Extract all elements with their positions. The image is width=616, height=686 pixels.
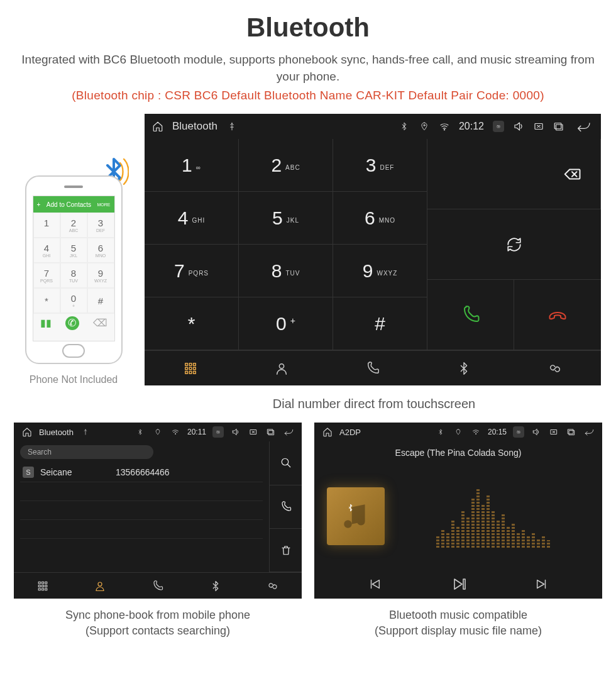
svg-rect-29 — [45, 585, 47, 587]
home-icon[interactable] — [152, 121, 163, 132]
back-button[interactable] — [283, 426, 294, 438]
sync-button[interactable] — [427, 209, 601, 280]
key-8[interactable]: 8TUV — [239, 245, 333, 297]
play-pause-button[interactable] — [451, 577, 466, 594]
bluetooth-specs: (Bluetooth chip : CSR BC6 Default Blueto… — [14, 89, 602, 102]
svg-rect-32 — [45, 588, 47, 590]
svg-rect-39 — [568, 429, 573, 434]
key-0[interactable]: 0+ — [239, 297, 333, 350]
key-7[interactable]: 7PQRS — [145, 245, 239, 297]
svg-rect-8 — [189, 363, 192, 365]
page-title: Bluetooth — [14, 13, 602, 43]
svg-point-17 — [175, 434, 175, 434]
wifi-icon — [170, 426, 181, 438]
svg-rect-26 — [45, 582, 47, 584]
nav-calllog[interactable] — [327, 351, 418, 385]
side-search-icon[interactable] — [270, 441, 302, 485]
svg-point-36 — [518, 431, 519, 433]
close-icon[interactable] — [248, 426, 259, 438]
wifi-icon — [439, 121, 450, 132]
phone-more: MORE — [97, 202, 111, 207]
screenshot-button[interactable] — [212, 426, 224, 438]
dial-keypad: 1∞ 2ABC 3DEF 4GHI 5JKL 6MNO 7PQRS 8TUV 9… — [145, 139, 427, 350]
svg-rect-10 — [185, 367, 187, 370]
nav-pair[interactable] — [244, 573, 302, 599]
key-4[interactable]: 4GHI — [145, 192, 239, 245]
contact-row[interactable]: S Seicane 13566664466 — [20, 463, 263, 482]
nav-contacts[interactable] — [72, 573, 129, 599]
svg-rect-6 — [554, 123, 561, 129]
screenshot-button[interactable] — [513, 426, 524, 438]
location-icon — [419, 121, 430, 132]
clock: 20:11 — [187, 428, 206, 436]
key-6[interactable]: 6MNO — [333, 192, 427, 245]
nav-dialpad[interactable] — [145, 351, 236, 385]
key-5[interactable]: 5JKL — [239, 192, 333, 245]
recent-apps-icon[interactable] — [553, 121, 564, 132]
volume-icon[interactable] — [513, 121, 524, 132]
key-1[interactable]: 1∞ — [145, 139, 239, 192]
svg-rect-38 — [569, 431, 575, 435]
recent-apps-icon[interactable] — [566, 426, 577, 438]
bottom-nav — [145, 350, 601, 385]
svg-point-19 — [217, 431, 219, 433]
album-art — [327, 487, 385, 545]
nav-dialpad[interactable] — [14, 573, 72, 599]
svg-rect-5 — [556, 124, 563, 130]
next-track-button[interactable] — [535, 577, 549, 594]
svg-rect-12 — [193, 367, 195, 370]
svg-rect-24 — [38, 582, 40, 584]
prev-track-button[interactable] — [368, 577, 382, 594]
key-star[interactable]: * — [145, 297, 239, 350]
home-icon[interactable] — [322, 426, 333, 438]
nav-bluetooth[interactable] — [187, 573, 245, 599]
key-2[interactable]: 2ABC — [239, 139, 333, 192]
svg-rect-18 — [217, 431, 220, 434]
volume-icon[interactable] — [531, 426, 542, 438]
close-icon[interactable] — [533, 121, 544, 132]
back-button[interactable] — [573, 121, 593, 132]
svg-rect-22 — [268, 429, 273, 434]
svg-rect-31 — [41, 588, 43, 590]
bluetooth-status-icon — [135, 426, 146, 438]
nav-calllog[interactable] — [129, 573, 187, 599]
music-screenshot: A2DP 20:15 Escape (The Pina Colada Song) — [314, 423, 602, 599]
app-title: Bluetooth — [172, 120, 217, 133]
track-title: Escape (The Pina Colada Song) — [314, 441, 602, 460]
clock: 20:12 — [459, 121, 484, 132]
nav-bluetooth[interactable] — [419, 351, 510, 385]
location-icon — [453, 426, 464, 438]
phonebook-caption: Sync phone-book from mobile phone (Suppo… — [14, 607, 302, 639]
key-hash[interactable]: # — [333, 297, 427, 350]
svg-point-1 — [444, 130, 444, 130]
svg-point-34 — [475, 434, 476, 434]
svg-rect-30 — [38, 588, 40, 590]
music-caption: Bluetooth music compatible (Support disp… — [314, 607, 602, 639]
phone-add-icon: + — [37, 201, 41, 208]
clock: 20:15 — [488, 428, 507, 436]
key-9[interactable]: 9WXYZ — [333, 245, 427, 297]
phone-illustration: + Add to Contacts MORE 1 2ABC 3DEF 4GHI … — [14, 175, 133, 385]
side-call-icon[interactable] — [270, 485, 302, 529]
nav-pair[interactable] — [510, 351, 601, 385]
dialer-caption: Dial number direct from touchscreen — [146, 397, 602, 411]
volume-icon[interactable] — [230, 426, 241, 438]
home-icon[interactable] — [21, 426, 33, 438]
call-button[interactable] — [427, 280, 514, 350]
svg-rect-2 — [497, 126, 500, 128]
usb-icon — [80, 426, 91, 438]
screenshot-button[interactable] — [493, 121, 504, 132]
back-button[interactable] — [583, 426, 595, 438]
wifi-icon — [470, 426, 481, 438]
close-icon[interactable] — [548, 426, 559, 438]
hangup-button[interactable] — [514, 280, 601, 350]
svg-point-0 — [424, 124, 425, 126]
recent-apps-icon[interactable] — [265, 426, 277, 438]
key-3[interactable]: 3DEF — [333, 139, 427, 192]
side-delete-icon[interactable] — [270, 529, 302, 572]
backspace-button[interactable] — [427, 139, 601, 209]
search-input[interactable]: Search — [20, 445, 153, 459]
svg-rect-21 — [269, 431, 274, 435]
nav-contacts[interactable] — [236, 351, 327, 385]
svg-point-3 — [498, 126, 499, 127]
